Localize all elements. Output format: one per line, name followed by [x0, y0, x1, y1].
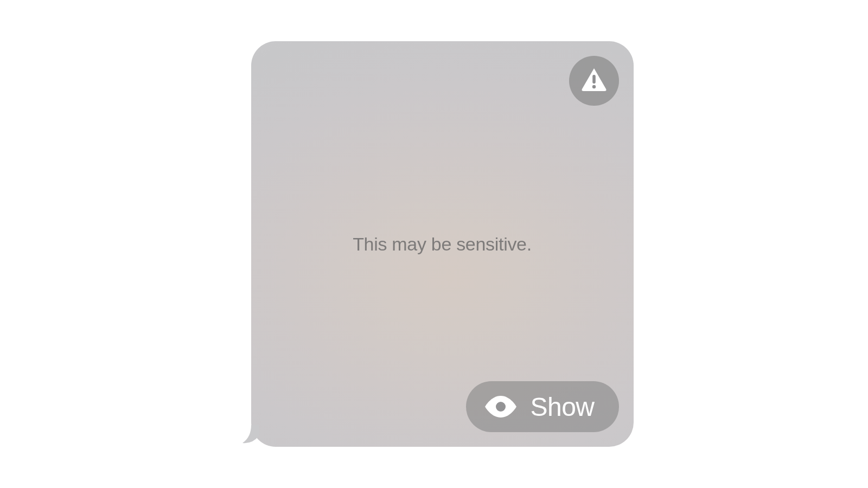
message-bubble: This may be sensitive. Show	[251, 41, 634, 447]
sensitive-content-bubble: This may be sensitive. Show	[251, 41, 634, 447]
svg-point-2	[496, 402, 506, 412]
sensitive-content-message: This may be sensitive.	[353, 234, 532, 255]
show-button-label: Show	[530, 392, 594, 422]
eye-icon	[483, 389, 518, 424]
bubble-tail	[241, 425, 263, 444]
show-button[interactable]: Show	[466, 381, 618, 432]
warning-badge[interactable]	[569, 56, 619, 106]
svg-rect-0	[592, 75, 596, 84]
warning-triangle-icon	[580, 67, 608, 94]
svg-point-1	[592, 85, 595, 88]
